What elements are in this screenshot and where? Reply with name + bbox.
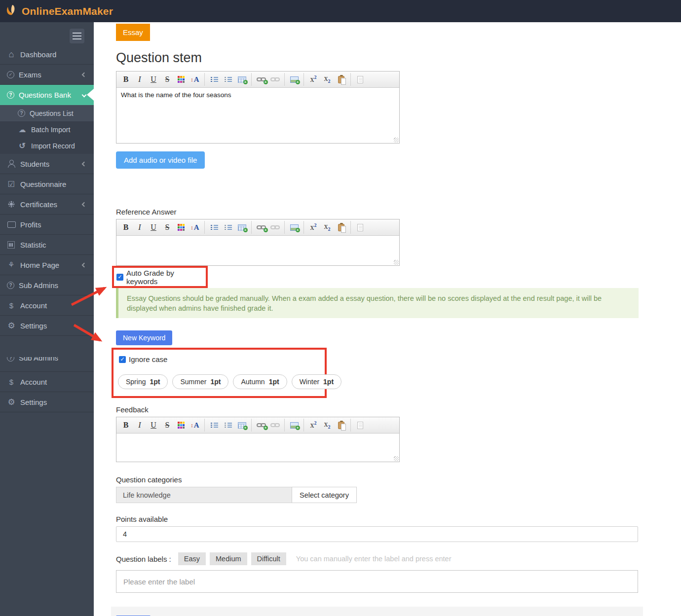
ordered-list-icon[interactable] xyxy=(208,221,221,234)
source-icon[interactable] xyxy=(354,221,367,234)
keyword-chip-winter[interactable]: Winter1pt xyxy=(292,374,341,389)
sidebar-item-questions-list[interactable]: Questions List xyxy=(0,105,94,121)
select-category-button[interactable]: Select category xyxy=(292,487,357,503)
insert-image-icon[interactable]: + xyxy=(288,73,301,86)
toolbar-separator xyxy=(251,73,252,86)
feedback-textarea[interactable] xyxy=(116,434,399,462)
editor-toolbar: BIUS↕A+++x2x2 xyxy=(116,417,399,434)
label-input[interactable] xyxy=(116,570,638,593)
underline-icon[interactable]: U xyxy=(147,221,160,234)
keyword-chip-summer[interactable]: Summer1pt xyxy=(172,374,228,389)
subscript-icon[interactable]: x2 xyxy=(321,221,334,234)
sidebar-item-statistic[interactable]: Statistic xyxy=(0,235,94,255)
brand[interactable]: OnlineExamMaker xyxy=(6,4,113,19)
font-size-icon[interactable]: ↕A xyxy=(189,221,201,234)
font-color-icon[interactable] xyxy=(175,73,188,86)
unordered-list-icon[interactable] xyxy=(222,221,234,234)
question-stem-editor: BIUS↕A+++x2x2 What is the name of the fo… xyxy=(116,71,400,144)
sidebar-item-sub-admins[interactable]: Sub Admins xyxy=(0,357,94,372)
superscript-icon[interactable]: x2 xyxy=(307,419,320,432)
sidebar-item-batch-import[interactable]: Batch Import xyxy=(0,121,94,138)
sidebar-item-questions-bank[interactable]: Questions Bank xyxy=(0,85,94,105)
sidebar-item-settings[interactable]: Settings xyxy=(0,392,94,412)
italic-icon[interactable]: I xyxy=(133,419,146,432)
unordered-list-icon[interactable] xyxy=(222,419,234,432)
category-input[interactable] xyxy=(116,487,292,503)
sidebar-item-questionnaire[interactable]: Questionnaire xyxy=(0,174,94,194)
subscript-icon[interactable]: x2 xyxy=(321,419,334,432)
gear-icon xyxy=(7,398,16,406)
sidebar-item-profits[interactable]: Profits xyxy=(0,215,94,235)
unordered-list-icon[interactable] xyxy=(222,73,234,86)
font-size-icon[interactable]: ↕A xyxy=(189,73,201,86)
sidebar-item-sub-admins[interactable]: Sub Admins xyxy=(0,275,94,295)
bold-icon[interactable]: B xyxy=(119,73,132,86)
question-type-badge: Essay xyxy=(116,24,150,41)
font-color-icon[interactable] xyxy=(175,419,188,432)
strikethrough-icon[interactable]: S xyxy=(161,419,174,432)
source-icon[interactable] xyxy=(354,73,367,86)
remove-link-icon[interactable] xyxy=(268,419,281,432)
auto-grade-checkbox[interactable]: ✓ xyxy=(116,274,123,281)
insert-link-icon[interactable]: + xyxy=(255,419,267,432)
source-icon[interactable] xyxy=(354,419,367,432)
label-preset-buttons: EasyMediumDifficult xyxy=(178,552,290,565)
question-stem-textarea[interactable]: What is the name of the four seasons xyxy=(116,88,399,143)
insert-table-icon[interactable]: + xyxy=(235,221,248,234)
resize-grip-icon[interactable] xyxy=(394,456,399,461)
ignore-case-checkbox[interactable]: ✓ xyxy=(119,356,126,363)
strikethrough-icon[interactable]: S xyxy=(161,73,174,86)
subscript-icon[interactable]: x2 xyxy=(321,73,334,86)
label-button-difficult[interactable]: Difficult xyxy=(251,552,286,565)
insert-image-icon[interactable]: + xyxy=(288,221,301,234)
resize-grip-icon[interactable] xyxy=(394,138,399,143)
insert-link-icon[interactable]: + xyxy=(255,73,267,86)
font-size-icon[interactable]: ↕A xyxy=(189,419,201,432)
paste-icon[interactable] xyxy=(335,221,347,234)
underline-icon[interactable]: U xyxy=(147,419,160,432)
sidebar-item-dashboard[interactable]: Dashboard xyxy=(0,44,94,65)
keyword-chip-autumn[interactable]: Autumn1pt xyxy=(233,374,287,389)
insert-image-icon[interactable]: + xyxy=(288,419,301,432)
insert-table-icon[interactable]: + xyxy=(235,73,248,86)
new-keyword-button[interactable]: New Keyword xyxy=(116,330,172,345)
sidebar-item-certificates[interactable]: Certificates xyxy=(0,194,94,215)
chart-icon xyxy=(7,241,16,249)
sidebar-item-home-page[interactable]: Home Page xyxy=(0,255,94,275)
remove-link-icon[interactable] xyxy=(268,221,281,234)
sidebar-toggle-button[interactable] xyxy=(70,29,84,43)
remove-link-icon[interactable] xyxy=(268,73,281,86)
superscript-icon[interactable]: x2 xyxy=(307,221,320,234)
bold-icon[interactable]: B xyxy=(119,419,132,432)
sidebar-item-account[interactable]: Account xyxy=(0,295,94,316)
paste-icon[interactable] xyxy=(335,419,347,432)
sidebar-item-label: Sub Admins xyxy=(19,281,58,290)
reference-answer-textarea[interactable] xyxy=(116,236,399,265)
underline-icon[interactable]: U xyxy=(147,73,160,86)
sidebar-item-exams[interactable]: Exams xyxy=(0,65,94,85)
sidebar-item-settings[interactable]: Settings xyxy=(0,316,94,336)
italic-icon[interactable]: I xyxy=(133,73,146,86)
ordered-list-icon[interactable] xyxy=(208,73,221,86)
strikethrough-icon[interactable]: S xyxy=(161,221,174,234)
font-color-icon[interactable] xyxy=(175,221,188,234)
label-button-medium[interactable]: Medium xyxy=(210,552,247,565)
keyword-word: Summer xyxy=(180,378,206,386)
paste-icon[interactable] xyxy=(335,73,347,86)
sidebar-item-account[interactable]: Account xyxy=(0,372,94,392)
insert-link-icon[interactable]: + xyxy=(255,221,267,234)
sidebar-item-students[interactable]: Students xyxy=(0,154,94,174)
superscript-icon[interactable]: x2 xyxy=(307,73,320,86)
points-input[interactable] xyxy=(116,526,638,542)
keyword-chip-spring[interactable]: Spring1pt xyxy=(118,374,168,389)
bold-icon[interactable]: B xyxy=(119,221,132,234)
main-content: Essay Question stem BIUS↕A+++x2x2 What i… xyxy=(94,22,681,616)
italic-icon[interactable]: I xyxy=(133,221,146,234)
keyword-word: Winter xyxy=(300,378,319,386)
ordered-list-icon[interactable] xyxy=(208,419,221,432)
resize-grip-icon[interactable] xyxy=(394,260,399,265)
add-media-button[interactable]: Add audio or video file xyxy=(116,151,205,169)
insert-table-icon[interactable]: + xyxy=(235,419,248,432)
label-button-easy[interactable]: Easy xyxy=(178,552,206,565)
sidebar-item-import-record[interactable]: Import Record xyxy=(0,138,94,154)
